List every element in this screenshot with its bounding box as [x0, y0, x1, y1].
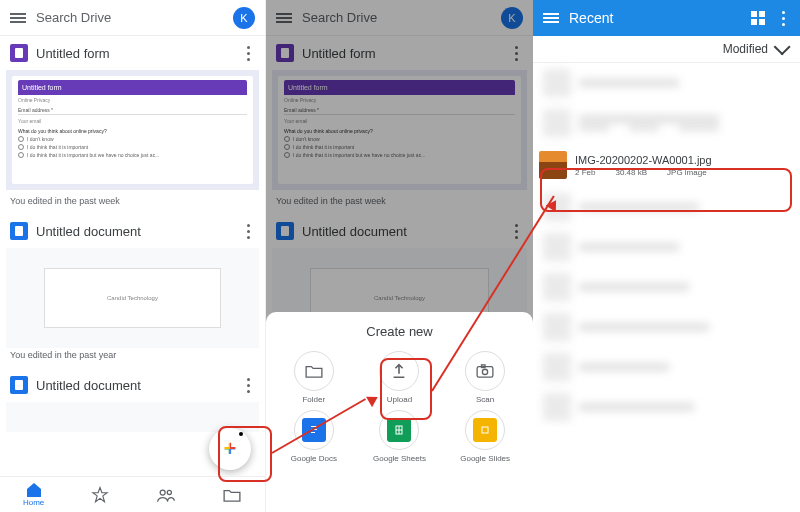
- svg-rect-8: [311, 432, 315, 433]
- more-options-icon[interactable]: [241, 222, 255, 240]
- menu-icon[interactable]: [543, 11, 559, 25]
- list-item[interactable]: [533, 267, 800, 307]
- recent-title: Recent: [569, 10, 740, 26]
- create-folder[interactable]: Folder: [274, 351, 354, 404]
- edit-status: You edited in the past week: [0, 194, 265, 214]
- more-options-icon[interactable]: [241, 376, 255, 394]
- sort-control[interactable]: Modified: [533, 36, 800, 63]
- drive-home-panel: Search Drive K Untitled form Untitled fo…: [0, 0, 266, 512]
- file-untitled-document-2[interactable]: Untitled document: [0, 368, 265, 402]
- file-date: 2 Feb: [575, 168, 595, 177]
- thumb-title: Untitled form: [18, 80, 247, 95]
- list-item[interactable]: [533, 227, 800, 267]
- recent-panel: Recent Modified IMG-20200202-WA0001.jpg …: [533, 0, 800, 512]
- docs-icon: [10, 222, 28, 240]
- svg-point-0: [160, 490, 165, 495]
- docs-icon: [10, 376, 28, 394]
- recent-topbar: Recent: [533, 0, 800, 36]
- svg-rect-14: [759, 11, 765, 17]
- svg-rect-13: [751, 11, 757, 17]
- list-item[interactable]: [533, 103, 800, 143]
- nav-starred[interactable]: [90, 485, 110, 505]
- list-item[interactable]: [533, 347, 800, 387]
- sheet-title: Create new: [266, 312, 533, 351]
- account-avatar[interactable]: K: [233, 7, 255, 29]
- list-item[interactable]: [533, 187, 800, 227]
- list-item[interactable]: [533, 63, 800, 103]
- topbar: Search Drive K: [0, 0, 265, 36]
- svg-point-1: [167, 490, 171, 494]
- search-input[interactable]: Search Drive: [36, 10, 223, 25]
- file-thumbnail: [539, 151, 567, 179]
- create-scan[interactable]: Scan: [445, 351, 525, 404]
- list-item[interactable]: [533, 307, 800, 347]
- file-untitled-document-1[interactable]: Untitled document: [0, 214, 265, 248]
- more-options-icon[interactable]: [241, 44, 255, 62]
- doc-thumbnail-partial[interactable]: [6, 402, 259, 432]
- svg-point-3: [483, 369, 488, 374]
- edit-status: You edited in the past year: [0, 348, 265, 368]
- create-slides[interactable]: Google Slides: [445, 410, 525, 463]
- doc-thumbnail[interactable]: Candid Technology: [6, 248, 259, 348]
- nav-home[interactable]: Home: [23, 482, 44, 507]
- file-title: Untitled form: [36, 46, 233, 61]
- menu-icon[interactable]: [10, 11, 26, 25]
- svg-rect-12: [482, 427, 488, 433]
- forms-icon: [10, 44, 28, 62]
- file-type: JPG image: [667, 168, 707, 177]
- nav-shared[interactable]: [156, 485, 176, 505]
- more-options-icon[interactable]: [776, 9, 790, 27]
- grid-view-icon[interactable]: [750, 10, 766, 26]
- file-untitled-form[interactable]: Untitled form: [0, 36, 265, 70]
- nav-files[interactable]: [222, 485, 242, 505]
- list-item-highlighted[interactable]: IMG-20200202-WA0001.jpg 2 Feb 30.48 kB J…: [533, 143, 800, 187]
- create-sheets[interactable]: Google Sheets: [360, 410, 440, 463]
- chevron-down-icon: [774, 38, 791, 55]
- drive-create-panel: Search Drive K Untitled form Untitled fo…: [266, 0, 533, 512]
- form-thumbnail[interactable]: Untitled form Online Privacy Email addre…: [6, 70, 259, 190]
- svg-rect-16: [759, 19, 765, 25]
- file-title: Untitled document: [36, 224, 233, 239]
- svg-rect-15: [751, 19, 757, 25]
- list-item[interactable]: [533, 387, 800, 427]
- bottom-nav: Home: [0, 476, 265, 512]
- file-name: IMG-20200202-WA0001.jpg: [575, 154, 794, 166]
- create-new-sheet: Create new Folder Upload Scan Google Doc…: [266, 312, 533, 512]
- file-list: IMG-20200202-WA0001.jpg 2 Feb 30.48 kB J…: [533, 63, 800, 427]
- file-title: Untitled document: [36, 378, 233, 393]
- svg-rect-2: [477, 367, 493, 378]
- fab-new-button[interactable]: +: [209, 428, 251, 470]
- create-docs[interactable]: Google Docs: [274, 410, 354, 463]
- file-size: 30.48 kB: [615, 168, 647, 177]
